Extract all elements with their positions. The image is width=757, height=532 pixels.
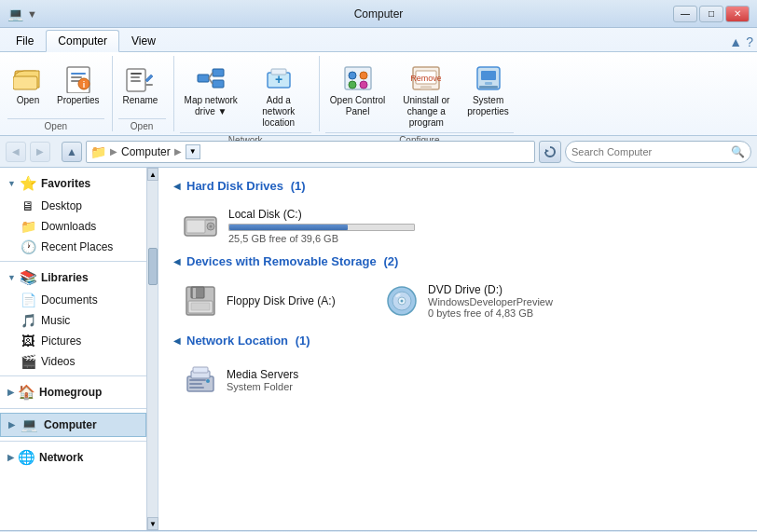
tab-file[interactable]: File (4, 30, 46, 51)
uninstall-label: Uninstall or change a program (398, 95, 454, 129)
sidebar-item-pictures[interactable]: 🖼 Pictures (0, 331, 146, 351)
dvd-space: 0 bytes free of 4,83 GB (428, 307, 553, 319)
up-button[interactable]: ▲ (62, 142, 82, 162)
tab-computer[interactable]: Computer (46, 30, 119, 52)
breadcrumb-dropdown[interactable]: ▼ (186, 144, 200, 159)
sidebar-scrollbar[interactable]: ▲ ▼ (146, 168, 158, 530)
address-bar: ◀ ▶ ▲ 📁 ▶ Computer ▶ ▼ 🔍 (0, 136, 757, 168)
configure-group-buttons: Open Control Panel Remove Uninstall or c… (325, 56, 514, 132)
sidebar-item-music[interactable]: 🎵 Music (0, 310, 146, 331)
computer-label: Computer (44, 418, 97, 431)
maximize-button[interactable]: □ (699, 6, 723, 22)
question-icon[interactable]: ? (746, 34, 753, 49)
sidebar-item-desktop[interactable]: 🖥 Desktop (0, 196, 146, 216)
scrollbar-thumb[interactable] (148, 248, 158, 285)
add-network-icon: + (264, 63, 294, 93)
sidebar-homegroup[interactable]: ▶ 🏠 Homegroup (0, 380, 146, 404)
tab-view[interactable]: View (119, 30, 168, 51)
network-icon: 🌐 (18, 449, 35, 466)
svg-rect-9 (131, 73, 142, 75)
system-props-button[interactable]: System properties (462, 60, 513, 121)
svg-rect-52 (189, 383, 202, 385)
refresh-icon (544, 145, 557, 158)
sidebar-divider-3 (0, 408, 146, 409)
media-server-svg (184, 363, 217, 397)
rename-group-buttons: Rename (118, 56, 166, 118)
open-button[interactable]: Open (7, 60, 48, 110)
favorites-arrow: ▼ (7, 179, 16, 188)
control-panel-button[interactable]: Open Control Panel (325, 60, 390, 121)
network-group-buttons: Map network drive ▼ + Add a network loca… (180, 56, 311, 132)
control-panel-icon (343, 63, 373, 93)
quick-access: ▼ (27, 8, 37, 20)
svg-point-22 (349, 72, 356, 79)
dvd-info: DVD Drive (D:) WindowsDeveloperPreview 0… (428, 283, 553, 319)
svg-rect-3 (71, 73, 86, 75)
close-button[interactable]: ✕ (725, 6, 750, 22)
floppy-info: Floppy Disk Drive (A:) (227, 294, 336, 307)
sidebar-computer[interactable]: ▶ 💻 Computer (0, 413, 146, 437)
downloads-icon: 📁 (21, 219, 35, 234)
sidebar-item-documents[interactable]: 📄 Documents (0, 290, 146, 310)
libraries-arrow: ▼ (7, 273, 16, 282)
dvd-drive-item[interactable]: DVD Drive (D:) WindowsDeveloperPreview 0… (375, 276, 561, 326)
removable-grid: Floppy Disk Drive (A:) DVD Drive (D:) (173, 276, 742, 326)
svg-rect-51 (189, 379, 206, 381)
local-disk-c-name: Local Disk (C:) (228, 208, 734, 221)
drive-bar-fill (229, 225, 348, 230)
recent-places-label: Recent Places (41, 240, 113, 253)
svg-line-16 (209, 73, 213, 78)
local-disk-c-item[interactable]: Local Disk (C:) 25,5 GB free of 39,6 GB (173, 200, 742, 251)
desktop-label: Desktop (41, 199, 82, 212)
properties-label: Properties (57, 95, 100, 106)
media-servers-name: Media Servers (227, 368, 298, 381)
back-button[interactable]: ◀ (6, 142, 26, 162)
network-arrow: ▶ (7, 453, 14, 462)
map-network-button[interactable]: Map network drive ▼ (180, 60, 242, 121)
sidebar-content: ▼ ⭐ Favorites 🖥 Desktop 📁 Downloads 🕐 Re… (0, 168, 146, 530)
search-box[interactable]: 🔍 (565, 141, 751, 163)
ribbon-group-configure: Open Control Panel Remove Uninstall or c… (325, 56, 521, 131)
help-icon[interactable]: ▲ (729, 34, 742, 49)
sidebar-item-recent-places[interactable]: 🕐 Recent Places (0, 237, 146, 257)
sidebar-network[interactable]: ▶ 🌐 Network (0, 445, 146, 470)
svg-rect-53 (189, 387, 204, 389)
sidebar-item-videos[interactable]: 🎬 Videos (0, 351, 146, 372)
desktop-icon: 🖥 (21, 198, 35, 213)
sidebar-item-downloads[interactable]: 📁 Downloads (0, 216, 146, 237)
sidebar-libraries-header[interactable]: ▼ 📚 Libraries (0, 266, 146, 290)
media-servers-item[interactable]: Media Servers System Folder (173, 355, 742, 405)
floppy-disk-item[interactable]: Floppy Disk Drive (A:) (173, 276, 360, 326)
system-props-label: System properties (467, 95, 508, 117)
add-network-label: Add a network location (251, 95, 307, 129)
ribbon-content: Open i Properties (0, 51, 757, 135)
svg-rect-4 (71, 76, 82, 78)
removable-title: Devices with Removable Storage (2) (186, 254, 398, 268)
minimize-button[interactable]: — (673, 6, 697, 22)
floppy-icon (182, 282, 219, 320)
breadcrumb-folder-icon: 📁 (90, 144, 106, 159)
search-input[interactable] (571, 146, 727, 157)
sidebar-favorites-header[interactable]: ▼ ⭐ Favorites (0, 171, 146, 196)
rename-group-label: Open (118, 118, 166, 131)
forward-button[interactable]: ▶ (30, 142, 50, 162)
refresh-button[interactable] (539, 141, 561, 163)
local-disk-c-space: 25,5 GB free of 39,6 GB (228, 233, 734, 244)
documents-icon: 📄 (21, 293, 35, 307)
uninstall-button[interactable]: Remove Uninstall or change a program (393, 60, 459, 132)
sidebar-divider-2 (0, 375, 146, 376)
properties-button[interactable]: i Properties (52, 60, 104, 110)
rename-label: Rename (123, 95, 158, 106)
favorites-icon: ⭐ (20, 175, 37, 192)
dvd-icon (383, 282, 420, 320)
scrollbar-up[interactable]: ▲ (147, 168, 158, 181)
sidebar-divider-4 (0, 441, 146, 442)
svg-rect-11 (131, 80, 141, 82)
breadcrumb-computer[interactable]: Computer (121, 145, 171, 158)
removable-section-header: ◀ Devices with Removable Storage (2) (173, 254, 742, 268)
svg-point-48 (401, 300, 404, 303)
add-network-button[interactable]: + Add a network location (246, 60, 311, 132)
rename-button[interactable]: Rename (118, 60, 163, 110)
uninstall-icon: Remove (411, 63, 441, 93)
scrollbar-down[interactable]: ▼ (147, 517, 158, 530)
